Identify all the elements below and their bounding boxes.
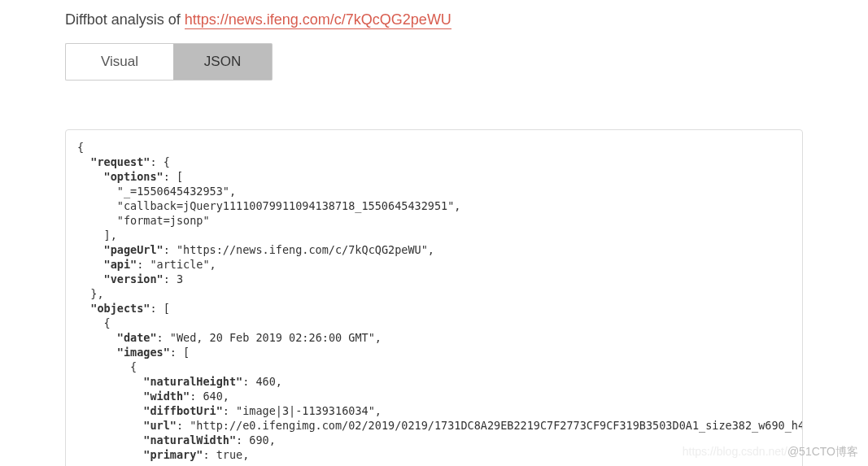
tab-json[interactable]: JSON (173, 43, 273, 81)
watermark: https://blog.csdn.net/@51CTO博客 (683, 445, 858, 459)
watermark-right: @51CTO博客 (787, 445, 858, 458)
page-title: Diffbot analysis of https://news.ifeng.c… (65, 11, 803, 28)
watermark-left: https://blog.csdn.net/ (683, 445, 787, 458)
json-output-panel: { "request": { "options": [ "_=155064543… (65, 129, 803, 466)
tab-visual[interactable]: Visual (65, 43, 173, 81)
tabs-container: Visual JSON (65, 43, 803, 81)
header-prefix: Diffbot analysis of (65, 11, 185, 28)
analysis-url-link[interactable]: https://news.ifeng.com/c/7kQcQG2peWU (185, 11, 451, 29)
